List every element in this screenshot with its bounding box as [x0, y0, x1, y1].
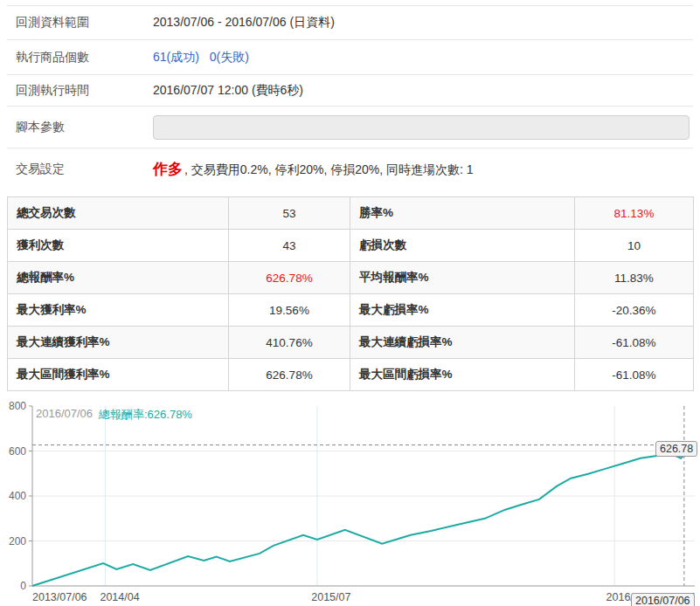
script-params-cell: [153, 115, 690, 140]
win-count-label: 獲利次數: [8, 230, 229, 262]
data-range-value: 2013/07/06 - 2016/07/06 (日資料): [153, 15, 335, 31]
max-consec-gain-label: 最大連續獲利率%: [8, 327, 229, 359]
max-interval-gain-value: 626.78%: [229, 359, 350, 391]
avg-return-label: 平均報酬率%: [350, 262, 575, 294]
avg-return-value: 11.83%: [575, 262, 694, 294]
table-row: 總報酬率% 626.78% 平均報酬率% 11.83%: [8, 262, 694, 294]
success-count-link[interactable]: 61(成功): [153, 50, 199, 64]
info-row-run-time: 回測執行時間 2016/07/07 12:00 (費時6秒): [7, 75, 693, 107]
max-loss-value: -20.36%: [575, 294, 694, 327]
info-row-trade-settings: 交易設定 作多, 交易費用0.2%, 停利20%, 停損20%, 同時進場次數:…: [7, 148, 693, 189]
table-row: 總交易次數 53 勝率% 81.13%: [8, 197, 694, 230]
script-params-label: 腳本參數: [7, 120, 153, 135]
equity-curve-chart[interactable]: 02004006008002013/07/062014/042015/07201…: [0, 402, 700, 606]
info-row-data-range: 回測資料範圍 2013/07/06 - 2016/07/06 (日資料): [7, 5, 693, 40]
max-gain-label: 最大獲利率%: [8, 294, 229, 327]
chart-hover-date: 2016/07/06: [36, 407, 93, 420]
total-trades-label: 總交易次數: [8, 197, 229, 230]
trade-settings-detail: , 交易費用0.2%, 停利20%, 停損20%, 同時進場次數: 1: [184, 162, 474, 176]
x-tick-label: 2013/07/06: [32, 591, 87, 603]
max-consec-loss-value: -61.08%: [575, 327, 694, 359]
win-count-value: 43: [229, 230, 350, 262]
max-interval-gain-label: 最大區間獲利率%: [8, 359, 229, 391]
backtest-report: 回測資料範圍 2013/07/06 - 2016/07/06 (日資料) 執行商…: [7, 5, 693, 606]
table-row: 最大連續獲利率% 410.76% 最大連續虧損率% -61.08%: [8, 327, 694, 359]
win-rate-value: 81.13%: [575, 197, 694, 230]
y-tick-label: 600: [9, 445, 26, 458]
max-gain-value: 19.56%: [229, 294, 350, 327]
info-row-symbol-count: 執行商品個數 61(成功) 0(失敗): [7, 40, 693, 75]
table-row: 最大區間獲利率% 626.78% 最大區間虧損率% -61.08%: [8, 359, 694, 391]
table-row: 獲利次數 43 虧損次數 10: [8, 230, 694, 262]
fail-count-link[interactable]: 0(失敗): [210, 50, 249, 64]
max-consec-loss-label: 最大連續虧損率%: [350, 327, 575, 359]
equity-curve-canvas[interactable]: 02004006008002013/07/062014/042015/07201…: [0, 402, 700, 606]
crosshair-date-tooltip: 2016/07/06: [631, 593, 695, 606]
trade-settings-value: 作多, 交易費用0.2%, 停利20%, 停損20%, 同時進場次數: 1: [153, 159, 474, 179]
info-row-script-params: 腳本參數: [7, 107, 693, 148]
max-consec-gain-value: 410.76%: [229, 327, 350, 359]
y-tick-label: 200: [9, 535, 26, 547]
total-return-value: 626.78%: [229, 262, 350, 294]
loss-count-value: 10: [575, 230, 694, 262]
performance-stats-table: 總交易次數 53 勝率% 81.13% 獲利次數 43 虧損次數 10 總報酬率…: [7, 196, 694, 391]
win-rate-label: 勝率%: [350, 197, 575, 230]
trade-direction-badge: 作多: [153, 161, 183, 177]
script-params-input[interactable]: [153, 115, 690, 140]
chart-series-legend: 總報酬率:626.78%: [99, 407, 192, 423]
total-trades-value: 53: [229, 197, 350, 230]
total-return-label: 總報酬率%: [8, 262, 229, 294]
x-tick-label: 2014/04: [100, 591, 139, 603]
y-tick-label: 0: [20, 580, 26, 592]
max-loss-label: 最大虧損率%: [350, 294, 575, 327]
crosshair-value-tooltip: 626.78: [655, 441, 697, 457]
max-interval-loss-value: -61.08%: [575, 359, 694, 391]
y-tick-label: 800: [9, 402, 26, 412]
data-range-label: 回測資料範圍: [7, 15, 153, 31]
y-tick-label: 400: [9, 490, 26, 502]
run-time-value: 2016/07/07 12:00 (費時6秒): [153, 83, 303, 99]
max-interval-loss-label: 最大區間虧損率%: [350, 359, 575, 391]
loss-count-label: 虧損次數: [350, 230, 575, 262]
symbol-count-label: 執行商品個數: [7, 50, 153, 65]
table-row: 最大獲利率% 19.56% 最大虧損率% -20.36%: [8, 294, 694, 327]
run-time-label: 回測執行時間: [7, 83, 153, 99]
x-tick-label: 2015/07: [311, 591, 350, 603]
trade-settings-label: 交易設定: [7, 162, 153, 177]
backtest-info-table: 回測資料範圍 2013/07/06 - 2016/07/06 (日資料) 執行商…: [7, 5, 693, 189]
symbol-count-value: 61(成功) 0(失敗): [153, 50, 249, 65]
total-return-line: [32, 445, 695, 586]
